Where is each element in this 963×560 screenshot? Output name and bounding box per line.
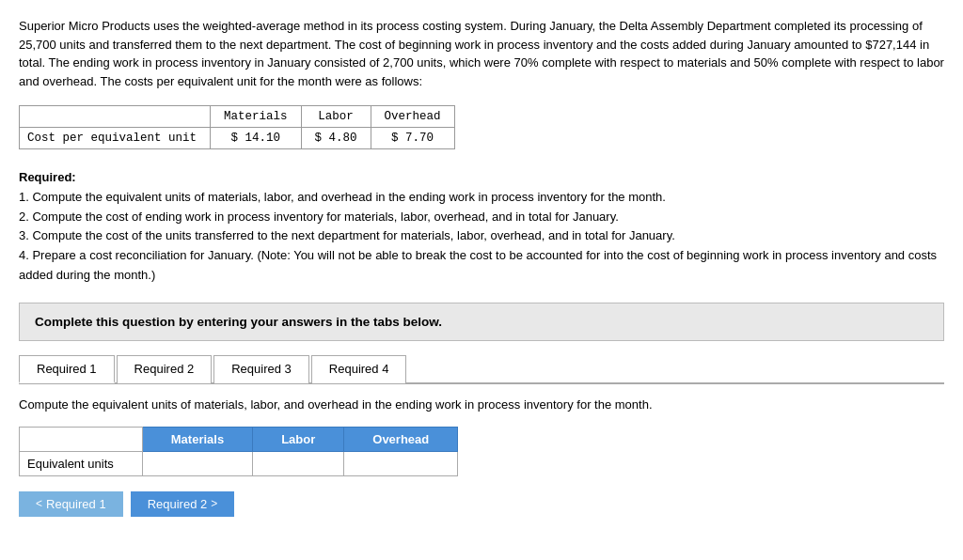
complete-box-text: Complete this question by entering your … xyxy=(35,315,442,329)
answer-col-overhead: Overhead xyxy=(344,427,458,451)
prev-button[interactable]: < Required 1 xyxy=(19,491,123,517)
required-section: Required: 1. Compute the equivalent unit… xyxy=(19,168,944,286)
col-header-materials: Materials xyxy=(211,106,302,128)
cost-labor-value: $ 4.80 xyxy=(301,128,371,149)
nav-buttons: < Required 1 Required 2 > xyxy=(19,491,944,517)
answer-table: Materials Labor Overhead Equivalent unit… xyxy=(19,427,458,476)
col-header-overhead: Overhead xyxy=(371,106,454,128)
required-item-1: 1. Compute the equivalent units of mater… xyxy=(19,188,944,208)
answer-col-materials: Materials xyxy=(142,427,252,451)
equivalent-units-materials-cell xyxy=(142,451,252,475)
cost-materials-value: $ 14.10 xyxy=(211,128,302,149)
tab-required-2[interactable]: Required 2 xyxy=(117,355,213,383)
equivalent-units-materials-input[interactable] xyxy=(160,457,235,471)
tab-required-4[interactable]: Required 4 xyxy=(311,355,407,383)
required-heading: Required: xyxy=(19,168,944,188)
next-button[interactable]: Required 2 > xyxy=(131,491,235,517)
tabs-row: Required 1 Required 2 Required 3 Require… xyxy=(19,354,944,384)
complete-box: Complete this question by entering your … xyxy=(19,303,944,341)
cost-table: Materials Labor Overhead Cost per equiva… xyxy=(19,105,455,149)
next-label: Required 2 xyxy=(148,497,208,511)
answer-col-labor: Labor xyxy=(253,427,344,451)
equivalent-units-overhead-input[interactable] xyxy=(363,457,438,471)
tab1-description: Compute the equivalent units of material… xyxy=(19,394,944,415)
prev-label: Required 1 xyxy=(46,497,106,511)
equivalent-units-labor-cell xyxy=(253,451,344,475)
tab1-content: Compute the equivalent units of material… xyxy=(19,394,944,517)
next-arrow: > xyxy=(211,497,217,510)
tab-required-3[interactable]: Required 3 xyxy=(213,355,309,383)
answer-row-label: Equivalent units xyxy=(20,451,143,475)
col-header-labor: Labor xyxy=(301,106,371,128)
tab-required-1[interactable]: Required 1 xyxy=(19,355,115,383)
required-item-3: 3. Compute the cost of the units transfe… xyxy=(19,226,944,246)
required-item-2: 2. Compute the cost of ending work in pr… xyxy=(19,208,944,227)
required-item-4: 4. Prepare a cost reconciliation for Jan… xyxy=(19,246,944,286)
intro-text: Superior Micro Products uses the weighte… xyxy=(19,17,944,90)
prev-arrow: < xyxy=(36,497,42,510)
cost-row-label: Cost per equivalent unit xyxy=(20,128,211,149)
equivalent-units-labor-input[interactable] xyxy=(260,457,336,471)
equivalent-units-overhead-cell xyxy=(344,451,458,475)
cost-overhead-value: $ 7.70 xyxy=(371,128,454,149)
answer-col-empty xyxy=(20,427,143,451)
